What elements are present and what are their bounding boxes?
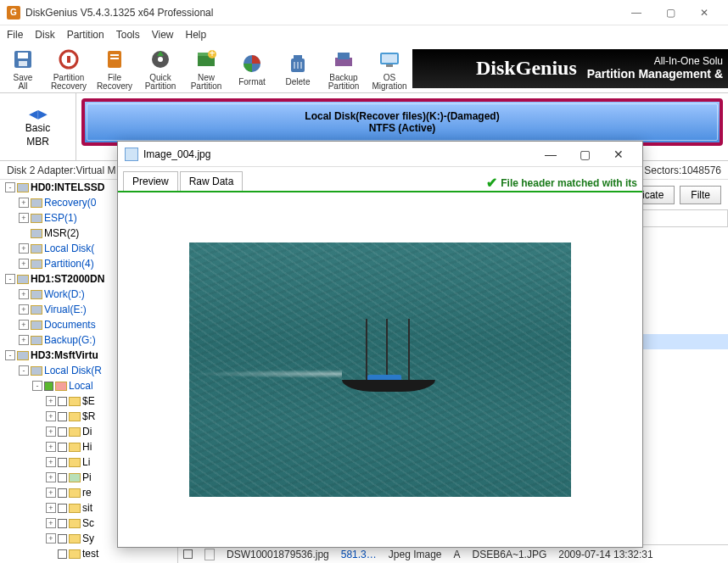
- filter-button[interactable]: Filte: [680, 186, 721, 204]
- folder-icon: [69, 397, 81, 406]
- tree-expander[interactable]: -: [5, 274, 15, 284]
- tool-file-recovery[interactable]: FileRecovery: [92, 45, 137, 92]
- tree-expander[interactable]: -: [19, 365, 29, 376]
- tree-expander[interactable]: +: [46, 442, 56, 452]
- disk-side-label1: Basic: [25, 122, 50, 134]
- tree-label: Local: [69, 380, 93, 392]
- tree-expander[interactable]: -: [32, 381, 42, 391]
- tree-checkbox[interactable]: [58, 519, 67, 528]
- tree-expander[interactable]: +: [46, 533, 56, 543]
- tree-label: $R: [82, 410, 95, 422]
- tree-checkbox[interactable]: [58, 397, 67, 406]
- tree-expander[interactable]: +: [46, 503, 56, 513]
- disk-nav: ◀▶ Basic MBR: [0, 93, 76, 160]
- menu-disk[interactable]: Disk: [35, 29, 54, 41]
- tree-label: Sc: [82, 517, 94, 529]
- foot-size: 581.3…: [341, 549, 377, 560]
- tool-delete[interactable]: Delete: [275, 45, 321, 92]
- tree-expander[interactable]: +: [19, 289, 29, 299]
- tree-label: Pi: [82, 471, 92, 483]
- tool-new-partition[interactable]: + NewPartition: [183, 45, 229, 92]
- tree-expander[interactable]: +: [19, 304, 29, 315]
- tree-expander[interactable]: +: [46, 396, 56, 406]
- preview-dialog[interactable]: Image_004.jpg — ▢ ✕ Preview Raw Data ✔ F…: [117, 141, 643, 548]
- tree-expander[interactable]: +: [46, 411, 56, 421]
- tool-save[interactable]: SaveAll: [0, 45, 46, 92]
- tree-expander[interactable]: -: [5, 182, 15, 192]
- tree-label: Local Disk(R: [44, 365, 102, 376]
- tree-checkbox[interactable]: [44, 382, 53, 391]
- tab-preview[interactable]: Preview: [123, 171, 178, 191]
- os-migration-icon: [377, 47, 402, 72]
- menu-file[interactable]: File: [7, 29, 23, 41]
- tree-expander[interactable]: +: [46, 518, 56, 528]
- menu-view[interactable]: View: [152, 29, 174, 41]
- folder-icon: [69, 473, 81, 482]
- tree-expander[interactable]: +: [19, 243, 29, 254]
- disk-nav-arrows[interactable]: ◀▶: [29, 107, 48, 120]
- tree-checkbox[interactable]: [58, 488, 67, 498]
- file-recovery-icon: [102, 47, 127, 72]
- tree-label: Virual(E:): [44, 304, 87, 315]
- tree-checkbox[interactable]: [58, 443, 67, 452]
- tree-label: Di: [82, 426, 92, 438]
- dialog-minimize-button[interactable]: —: [534, 142, 568, 166]
- disk-side-label2: MBR: [26, 136, 49, 148]
- dialog-maximize-button[interactable]: ▢: [568, 142, 602, 166]
- tree-checkbox[interactable]: [58, 549, 67, 559]
- tree-expander[interactable]: -: [5, 350, 15, 360]
- banner-tagline: All-In-One Solu Partition Management &: [587, 55, 723, 81]
- menu-help[interactable]: Help: [186, 29, 207, 41]
- menubar: File Disk Partition Tools View Help: [0, 25, 728, 44]
- dialog-titlebar[interactable]: Image_004.jpg — ▢ ✕: [118, 142, 642, 167]
- titlebar: G DiskGenius V5.4.3.1325 x64 Professiona…: [0, 0, 728, 25]
- tree-expander[interactable]: +: [46, 488, 56, 498]
- tree-expander[interactable]: +: [19, 259, 29, 269]
- tree-expander[interactable]: +: [19, 198, 29, 208]
- folder-icon: [69, 443, 81, 452]
- svg-rect-7: [110, 58, 119, 59]
- menu-tools[interactable]: Tools: [116, 29, 140, 41]
- tool-partition-recovery[interactable]: PartitionRecovery: [46, 45, 92, 92]
- tree-label: Sy: [82, 532, 94, 544]
- tree-checkbox[interactable]: [58, 412, 67, 421]
- tree-expander[interactable]: +: [19, 320, 29, 330]
- foot-short: DSEB6A~1.JPG: [473, 549, 547, 560]
- tree-expander[interactable]: +: [19, 335, 29, 345]
- tool-format[interactable]: Format: [229, 45, 275, 92]
- tool-quick-partition[interactable]: QuickPartition: [137, 45, 183, 92]
- tree-checkbox[interactable]: [58, 473, 67, 482]
- tool-os-migration[interactable]: OSMigration: [367, 45, 412, 92]
- drive-icon: [31, 321, 42, 330]
- dialog-close-button[interactable]: ✕: [602, 142, 636, 166]
- quick-partition-icon: [148, 47, 173, 72]
- tree-expander[interactable]: +: [46, 472, 56, 482]
- drive-icon: [17, 351, 29, 360]
- tree-checkbox[interactable]: [58, 427, 67, 437]
- tree-expander[interactable]: +: [46, 426, 56, 437]
- tree-label: HD1:ST2000DN: [31, 273, 104, 285]
- drive-icon: [31, 198, 42, 208]
- partition-bar[interactable]: Local Disk(Recover files)(K:)-(Damaged) …: [81, 98, 723, 146]
- tool-backup-partition[interactable]: BackupPartition: [321, 45, 367, 92]
- maximize-button[interactable]: ▢: [653, 1, 687, 25]
- svg-rect-6: [110, 54, 119, 56]
- tree-label: re: [82, 487, 92, 499]
- image-icon: [125, 148, 138, 161]
- svg-point-9: [158, 57, 163, 62]
- tree-item[interactable]: test: [0, 546, 177, 561]
- tree-expander[interactable]: +: [46, 457, 56, 467]
- folder-icon: [69, 458, 81, 467]
- close-button[interactable]: ✕: [687, 1, 721, 25]
- tree-expander[interactable]: +: [19, 213, 29, 223]
- minimize-button[interactable]: —: [619, 1, 653, 25]
- foot-checkbox[interactable]: [183, 549, 193, 559]
- tree-checkbox[interactable]: [58, 534, 67, 543]
- tree-checkbox[interactable]: [58, 458, 67, 467]
- folder-icon: [69, 549, 81, 559]
- tab-raw-data[interactable]: Raw Data: [180, 171, 244, 191]
- tree-label: Work(D:): [44, 288, 85, 300]
- menu-partition[interactable]: Partition: [67, 29, 104, 41]
- tree-label: Recovery(0: [44, 197, 96, 209]
- tree-checkbox[interactable]: [58, 504, 67, 513]
